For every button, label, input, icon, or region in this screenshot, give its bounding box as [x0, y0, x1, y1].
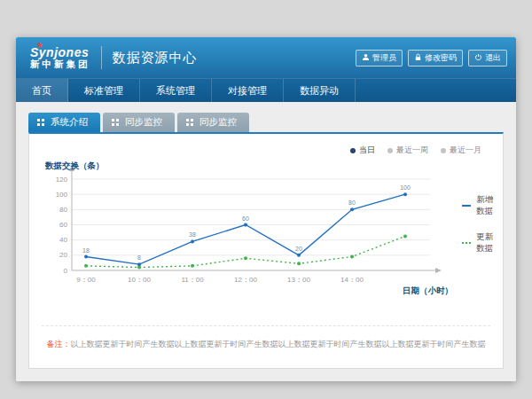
tab-sync-monitor-1[interactable]: 同步监控 [103, 113, 175, 132]
grid-icon [112, 119, 114, 121]
footnote: 备注：以上数据更新于时间产生数据以上数据更新于时间产生数据以上数据更新于时间产生… [42, 325, 490, 350]
svg-text:100: 100 [400, 184, 411, 191]
svg-text:40: 40 [59, 236, 67, 244]
app-title: 数据资源中心 [113, 50, 198, 66]
tab-bar: 系统介绍 同步监控 同步监控 [28, 113, 504, 132]
svg-text:38: 38 [189, 231, 196, 238]
logout-button[interactable]: 退出 [468, 50, 507, 66]
admin-button[interactable]: 管理员 [356, 50, 403, 66]
svg-text:80: 80 [59, 206, 67, 214]
svg-text:11：00: 11：00 [181, 276, 204, 284]
time-filter-week-label: 最近一周 [396, 145, 428, 156]
company-name: 新中新集团 [30, 59, 90, 70]
main-nav: 首页 标准管理 系统管理 对接管理 数据异动 [16, 78, 516, 102]
legend-item-new-data[interactable]: 新增数据 [462, 194, 494, 217]
tab-system-intro[interactable]: 系统介绍 [28, 113, 100, 132]
app-window: * Synjones 新中新集团 数据资源中心 管理员 修改密码 [16, 37, 516, 381]
logout-button-label: 退出 [485, 52, 501, 64]
nav-item-system-mgmt[interactable]: 系统管理 [140, 79, 212, 102]
svg-text:8: 8 [137, 254, 141, 261]
svg-text:18: 18 [82, 247, 90, 254]
time-filter-legend: 当日 最近一周 最近一月 [42, 141, 490, 158]
svg-text:14：00: 14：00 [340, 276, 364, 284]
tab-sync-monitor-1-label: 同步监控 [125, 116, 162, 129]
dotted-line-icon [462, 242, 471, 244]
svg-text:日期（小时）: 日期（小时） [403, 286, 453, 296]
nav-item-home[interactable]: 首页 [16, 79, 68, 102]
chart-row: 0204060801001209：0010：0011：0012：0013：001… [42, 158, 490, 300]
desktop-background: * Synjones 新中新集团 数据资源中心 管理员 修改密码 [0, 0, 532, 399]
bullet-icon [350, 148, 356, 153]
nav-item-connect-mgmt[interactable]: 对接管理 [212, 79, 284, 102]
footnote-text: 以上数据更新于时间产生数据以上数据更新于时间产生数据以上数据更新于时间产生数据以… [71, 340, 486, 348]
admin-button-label: 管理员 [372, 52, 396, 64]
series-legend: 新增数据 更新数据 [462, 194, 494, 263]
svg-text:120: 120 [56, 176, 68, 184]
header-divider [101, 46, 102, 69]
lock-icon [414, 53, 422, 63]
nav-item-data-change[interactable]: 数据异动 [284, 79, 356, 102]
nav-item-standard-mgmt[interactable]: 标准管理 [68, 79, 140, 102]
logo-star-icon: * [37, 40, 42, 54]
svg-text:10：00: 10：00 [128, 276, 151, 284]
svg-text:100: 100 [56, 191, 68, 199]
tab-sync-monitor-2-label: 同步监控 [200, 116, 237, 129]
content-area: 系统介绍 同步监控 同步监控 当日 [16, 102, 516, 381]
svg-text:60: 60 [59, 221, 67, 229]
power-icon [474, 53, 482, 63]
grid-icon [186, 119, 189, 121]
user-icon [362, 53, 370, 63]
svg-text:20: 20 [59, 251, 67, 259]
time-filter-month-label: 最近一月 [450, 145, 481, 156]
tab-sync-monitor-2[interactable]: 同步监控 [177, 113, 249, 132]
svg-text:数据交换（条）: 数据交换（条） [44, 160, 105, 171]
change-password-button-label: 修改密码 [425, 52, 457, 64]
header-actions: 管理员 修改密码 退出 [356, 50, 507, 66]
chart-panel: 当日 最近一周 最近一月 0204060801001209：0010：0011：… [28, 132, 504, 369]
time-filter-today[interactable]: 当日 [350, 145, 375, 156]
svg-text:12：00: 12：00 [234, 276, 257, 284]
solid-line-icon [462, 205, 471, 207]
svg-text:80: 80 [348, 200, 356, 206]
svg-text:20: 20 [295, 246, 302, 252]
svg-text:60: 60 [242, 215, 249, 222]
grid-icon [37, 119, 40, 121]
legend-item-update-data[interactable]: 更新数据 [462, 231, 494, 254]
synjones-logo: * Synjones 新中新集团 [25, 46, 90, 70]
legend-update-data-label: 更新数据 [476, 231, 493, 254]
footnote-label: 备注： [47, 340, 71, 348]
svg-text:9：00: 9：00 [76, 276, 96, 284]
svg-text:0: 0 [64, 267, 68, 275]
time-filter-month[interactable]: 最近一月 [441, 145, 481, 156]
time-filter-today-label: 当日 [359, 145, 375, 156]
change-password-button[interactable]: 修改密码 [408, 50, 463, 66]
bullet-icon [441, 148, 446, 153]
tab-system-intro-label: 系统介绍 [51, 116, 88, 129]
svg-text:13：00: 13：00 [287, 276, 310, 284]
app-header: * Synjones 新中新集团 数据资源中心 管理员 修改密码 [16, 37, 516, 78]
bullet-icon [387, 148, 393, 153]
legend-new-data-label: 新增数据 [476, 194, 493, 217]
line-chart: 0204060801001209：0010：0011：0012：0013：001… [42, 158, 458, 300]
time-filter-week[interactable]: 最近一周 [387, 145, 428, 156]
